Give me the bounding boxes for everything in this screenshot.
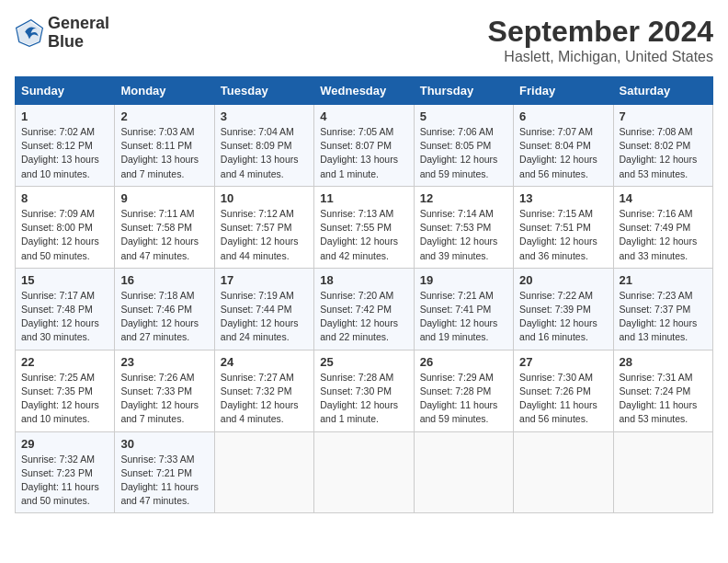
calendar-cell: 26Sunrise: 7:29 AM Sunset: 7:28 PM Dayli… — [414, 350, 513, 431]
day-number: 1 — [21, 109, 108, 123]
day-number: 28 — [620, 355, 707, 369]
header-sunday: Sunday — [16, 77, 115, 105]
day-number: 16 — [120, 273, 208, 287]
day-number: 10 — [221, 191, 308, 205]
day-number: 24 — [221, 355, 308, 369]
calendar-cell: 10Sunrise: 7:12 AM Sunset: 7:57 PM Dayli… — [214, 186, 313, 268]
day-number: 25 — [320, 355, 407, 369]
calendar-cell: 15Sunrise: 7:17 AM Sunset: 7:48 PM Dayli… — [16, 268, 115, 350]
day-detail: Sunrise: 7:02 AM Sunset: 8:12 PM Dayligh… — [21, 125, 108, 181]
calendar-cell — [414, 431, 513, 513]
day-detail: Sunrise: 7:19 AM Sunset: 7:44 PM Dayligh… — [221, 289, 308, 345]
calendar-week-row: 15Sunrise: 7:17 AM Sunset: 7:48 PM Dayli… — [16, 268, 713, 350]
calendar-cell: 20Sunrise: 7:22 AM Sunset: 7:39 PM Dayli… — [514, 268, 613, 350]
day-detail: Sunrise: 7:21 AM Sunset: 7:41 PM Dayligh… — [420, 289, 507, 345]
calendar-cell: 22Sunrise: 7:25 AM Sunset: 7:35 PM Dayli… — [16, 350, 115, 431]
calendar-cell: 28Sunrise: 7:31 AM Sunset: 7:24 PM Dayli… — [613, 350, 712, 431]
day-number: 27 — [519, 355, 607, 369]
calendar-cell: 7Sunrise: 7:08 AM Sunset: 8:02 PM Daylig… — [613, 105, 712, 187]
day-detail: Sunrise: 7:18 AM Sunset: 7:46 PM Dayligh… — [120, 289, 208, 345]
day-detail: Sunrise: 7:09 AM Sunset: 8:00 PM Dayligh… — [21, 207, 108, 263]
calendar-cell: 18Sunrise: 7:20 AM Sunset: 7:42 PM Dayli… — [314, 268, 414, 350]
day-number: 13 — [519, 191, 607, 205]
day-number: 15 — [21, 273, 108, 287]
day-number: 9 — [120, 191, 208, 205]
day-number: 5 — [420, 109, 507, 123]
day-detail: Sunrise: 7:27 AM Sunset: 7:32 PM Dayligh… — [221, 371, 308, 427]
day-detail: Sunrise: 7:33 AM Sunset: 7:21 PM Dayligh… — [120, 453, 208, 509]
day-number: 21 — [620, 273, 707, 287]
page-header: General Blue September 2024 Haslett, Mic… — [15, 15, 713, 65]
calendar-cell: 9Sunrise: 7:11 AM Sunset: 7:58 PM Daylig… — [115, 186, 214, 268]
day-detail: Sunrise: 7:25 AM Sunset: 7:35 PM Dayligh… — [21, 371, 108, 427]
day-detail: Sunrise: 7:13 AM Sunset: 7:55 PM Dayligh… — [320, 207, 407, 263]
calendar-cell: 21Sunrise: 7:23 AM Sunset: 7:37 PM Dayli… — [613, 268, 712, 350]
calendar-cell — [214, 431, 313, 513]
calendar-cell: 19Sunrise: 7:21 AM Sunset: 7:41 PM Dayli… — [414, 268, 513, 350]
day-number: 30 — [120, 437, 208, 451]
day-number: 19 — [420, 273, 507, 287]
calendar-cell: 6Sunrise: 7:07 AM Sunset: 8:04 PM Daylig… — [514, 105, 613, 187]
calendar-cell — [514, 431, 613, 513]
day-detail: Sunrise: 7:28 AM Sunset: 7:30 PM Dayligh… — [320, 371, 407, 427]
day-number: 11 — [320, 191, 407, 205]
day-number: 29 — [21, 437, 108, 451]
calendar-table: SundayMondayTuesdayWednesdayThursdayFrid… — [15, 76, 713, 513]
calendar-cell: 12Sunrise: 7:14 AM Sunset: 7:53 PM Dayli… — [414, 186, 513, 268]
calendar-header-row: SundayMondayTuesdayWednesdayThursdayFrid… — [16, 77, 713, 105]
calendar-title: September 2024 — [488, 15, 713, 49]
day-detail: Sunrise: 7:03 AM Sunset: 8:11 PM Dayligh… — [120, 125, 208, 181]
calendar-cell: 23Sunrise: 7:26 AM Sunset: 7:33 PM Dayli… — [115, 350, 214, 431]
day-number: 22 — [21, 355, 108, 369]
calendar-cell: 5Sunrise: 7:06 AM Sunset: 8:05 PM Daylig… — [414, 105, 513, 187]
calendar-cell: 4Sunrise: 7:05 AM Sunset: 8:07 PM Daylig… — [314, 105, 414, 187]
day-number: 14 — [620, 191, 707, 205]
day-detail: Sunrise: 7:08 AM Sunset: 8:02 PM Dayligh… — [620, 125, 707, 181]
day-detail: Sunrise: 7:07 AM Sunset: 8:04 PM Dayligh… — [519, 125, 607, 181]
calendar-cell — [314, 431, 414, 513]
header-saturday: Saturday — [613, 77, 712, 105]
calendar-week-row: 1Sunrise: 7:02 AM Sunset: 8:12 PM Daylig… — [16, 105, 713, 187]
day-detail: Sunrise: 7:14 AM Sunset: 7:53 PM Dayligh… — [420, 207, 507, 263]
day-number: 6 — [519, 109, 607, 123]
header-tuesday: Tuesday — [214, 77, 313, 105]
day-number: 17 — [221, 273, 308, 287]
calendar-cell: 2Sunrise: 7:03 AM Sunset: 8:11 PM Daylig… — [115, 105, 214, 187]
day-detail: Sunrise: 7:15 AM Sunset: 7:51 PM Dayligh… — [519, 207, 607, 263]
header-friday: Friday — [514, 77, 613, 105]
calendar-cell: 17Sunrise: 7:19 AM Sunset: 7:44 PM Dayli… — [214, 268, 313, 350]
calendar-cell: 8Sunrise: 7:09 AM Sunset: 8:00 PM Daylig… — [16, 186, 115, 268]
day-number: 2 — [120, 109, 208, 123]
day-number: 12 — [420, 191, 507, 205]
day-detail: Sunrise: 7:06 AM Sunset: 8:05 PM Dayligh… — [420, 125, 507, 181]
day-number: 23 — [120, 355, 208, 369]
header-monday: Monday — [115, 77, 214, 105]
title-block: September 2024 Haslett, Michigan, United… — [488, 15, 713, 65]
calendar-cell: 29Sunrise: 7:32 AM Sunset: 7:23 PM Dayli… — [16, 431, 115, 513]
calendar-cell: 24Sunrise: 7:27 AM Sunset: 7:32 PM Dayli… — [214, 350, 313, 431]
calendar-cell: 25Sunrise: 7:28 AM Sunset: 7:30 PM Dayli… — [314, 350, 414, 431]
day-detail: Sunrise: 7:29 AM Sunset: 7:28 PM Dayligh… — [420, 371, 507, 427]
calendar-cell: 13Sunrise: 7:15 AM Sunset: 7:51 PM Dayli… — [514, 186, 613, 268]
logo-icon — [15, 18, 44, 48]
day-detail: Sunrise: 7:12 AM Sunset: 7:57 PM Dayligh… — [221, 207, 308, 263]
calendar-cell: 14Sunrise: 7:16 AM Sunset: 7:49 PM Dayli… — [613, 186, 712, 268]
day-number: 7 — [620, 109, 707, 123]
calendar-cell: 1Sunrise: 7:02 AM Sunset: 8:12 PM Daylig… — [16, 105, 115, 187]
calendar-cell: 30Sunrise: 7:33 AM Sunset: 7:21 PM Dayli… — [115, 431, 214, 513]
calendar-cell: 27Sunrise: 7:30 AM Sunset: 7:26 PM Dayli… — [514, 350, 613, 431]
day-number: 3 — [221, 109, 308, 123]
calendar-cell: 16Sunrise: 7:18 AM Sunset: 7:46 PM Dayli… — [115, 268, 214, 350]
header-thursday: Thursday — [414, 77, 513, 105]
calendar-week-row: 8Sunrise: 7:09 AM Sunset: 8:00 PM Daylig… — [16, 186, 713, 268]
day-detail: Sunrise: 7:05 AM Sunset: 8:07 PM Dayligh… — [320, 125, 407, 181]
day-detail: Sunrise: 7:23 AM Sunset: 7:37 PM Dayligh… — [620, 289, 707, 345]
day-number: 4 — [320, 109, 407, 123]
logo: General Blue — [15, 15, 109, 52]
day-number: 20 — [519, 273, 607, 287]
day-number: 26 — [420, 355, 507, 369]
day-number: 8 — [21, 191, 108, 205]
day-detail: Sunrise: 7:20 AM Sunset: 7:42 PM Dayligh… — [320, 289, 407, 345]
day-detail: Sunrise: 7:26 AM Sunset: 7:33 PM Dayligh… — [120, 371, 208, 427]
calendar-cell: 11Sunrise: 7:13 AM Sunset: 7:55 PM Dayli… — [314, 186, 414, 268]
